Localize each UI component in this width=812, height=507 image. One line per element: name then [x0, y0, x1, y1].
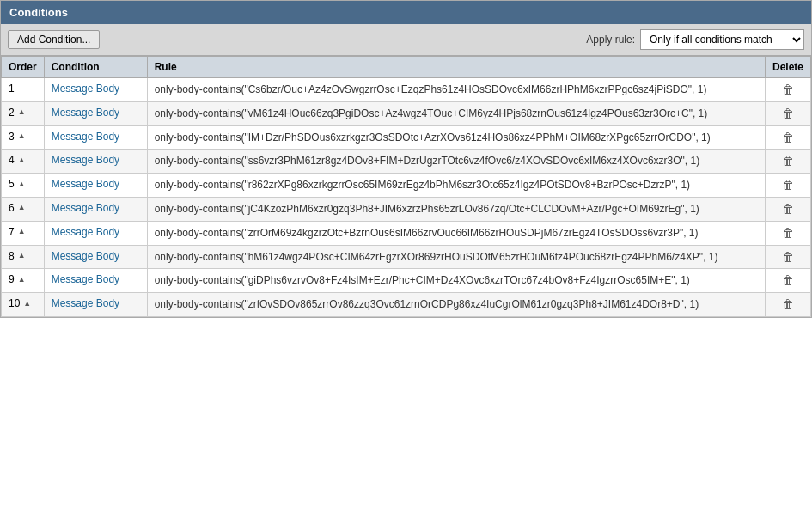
delete-cell: 🗑 [765, 197, 810, 221]
panel-title: Conditions [9, 6, 68, 19]
sort-up-arrow[interactable]: ▲ [18, 228, 26, 235]
table-row: 10▲Message Bodyonly-body-contains("zrfOv… [2, 293, 811, 317]
rule-text: only-body-contains("zrfOvSDOv865zrrOv86z… [155, 298, 699, 310]
table-row: 1Message Bodyonly-body-contains("Cs6bzr/… [2, 78, 811, 102]
condition-link[interactable]: Message Body [52, 107, 119, 119]
col-header-order: Order [2, 57, 45, 78]
order-number: 5 [9, 178, 15, 190]
table-row: 8▲Message Bodyonly-body-contains("hM61z4… [2, 245, 811, 269]
condition-link[interactable]: Message Body [52, 226, 119, 238]
delete-icon[interactable]: 🗑 [772, 250, 803, 264]
rule-cell: only-body-contains("zrrOrM69z4kgzrzOtc+B… [147, 221, 765, 245]
sort-arrows[interactable]: ▲ [18, 204, 26, 211]
rule-text: only-body-contains("hM61z4wgz4POsc+CIM64… [155, 251, 718, 263]
rule-cell: only-body-contains("vM61z4HOuc66zq3PgiDO… [147, 101, 765, 125]
table-row: 2▲Message Bodyonly-body-contains("vM61z4… [2, 101, 811, 125]
delete-cell: 🗑 [765, 101, 810, 125]
order-cell: 3▲ [2, 125, 45, 150]
sort-up-arrow[interactable]: ▲ [18, 252, 26, 260]
col-header-condition: Condition [44, 57, 147, 78]
table-row: 4▲Message Bodyonly-body-contains("ss6vzr… [2, 150, 811, 174]
add-condition-button[interactable]: Add Condition... [8, 30, 100, 49]
order-number: 3 [9, 131, 15, 143]
condition-cell: Message Body [44, 221, 147, 245]
sort-arrows[interactable]: ▲ [18, 276, 26, 284]
rule-cell: only-body-contains("Cs6bzr/Ouc+Az4zOvSwg… [147, 78, 765, 102]
sort-up-arrow[interactable]: ▲ [18, 132, 26, 140]
delete-cell: 🗑 [765, 125, 810, 150]
sort-arrows[interactable]: ▲ [18, 156, 26, 164]
delete-icon[interactable]: 🗑 [772, 107, 803, 120]
delete-cell: 🗑 [765, 269, 810, 293]
order-number: 4 [9, 154, 15, 166]
rule-cell: only-body-contains("r862zrXPg86xzrkgzrrO… [147, 174, 765, 198]
table-header-row: Order Condition Rule Delete [2, 57, 811, 78]
rule-text: only-body-contains("ss6vzr3PhM61zr8gz4DO… [155, 155, 700, 167]
table-row: 7▲Message Bodyonly-body-contains("zrrOrM… [2, 221, 811, 245]
rule-cell: only-body-contains("IM+Dzr/PhSDOus6xzrkg… [147, 125, 765, 150]
condition-link[interactable]: Message Body [52, 178, 119, 190]
sort-up-arrow[interactable]: ▲ [18, 156, 26, 164]
delete-icon[interactable]: 🗑 [772, 154, 803, 168]
order-cell: 7▲ [2, 221, 45, 245]
delete-icon[interactable]: 🗑 [772, 226, 803, 240]
condition-link[interactable]: Message Body [52, 273, 119, 285]
order-number: 10 [9, 297, 20, 309]
rule-cell: only-body-contains("hM61z4wgz4POsc+CIM64… [147, 245, 765, 269]
rule-text: only-body-contains("zrrOrM69z4kgzrzOtc+B… [155, 227, 699, 239]
delete-icon[interactable]: 🗑 [772, 202, 803, 216]
rule-cell: only-body-contains("ss6vzr3PhM61zr8gz4DO… [147, 150, 765, 174]
sort-up-arrow[interactable]: ▲ [23, 300, 31, 308]
condition-link[interactable]: Message Body [52, 82, 119, 95]
delete-cell: 🗑 [765, 150, 810, 174]
condition-link[interactable]: Message Body [52, 250, 119, 262]
order-cell: 2▲ [2, 101, 45, 125]
sort-up-arrow[interactable]: ▲ [18, 204, 26, 211]
rule-cell: only-body-contains("giDPhs6vzrvOv8+Fz4Is… [147, 269, 765, 293]
sort-up-arrow[interactable]: ▲ [18, 276, 26, 284]
condition-cell: Message Body [44, 245, 147, 269]
conditions-table: Order Condition Rule Delete 1Message Bod… [1, 56, 811, 317]
order-number: 7 [9, 226, 15, 238]
condition-cell: Message Body [44, 174, 147, 198]
condition-link[interactable]: Message Body [52, 154, 119, 166]
sort-up-arrow[interactable]: ▲ [18, 180, 26, 188]
condition-cell: Message Body [44, 101, 147, 125]
order-cell: 4▲ [2, 150, 45, 174]
rule-cell: only-body-contains("jC4KzozPhM6xzr0gzq3P… [147, 197, 765, 221]
condition-link[interactable]: Message Body [52, 202, 119, 214]
delete-icon[interactable]: 🗑 [772, 178, 803, 192]
panel-header: Conditions [1, 1, 811, 24]
col-header-delete: Delete [765, 57, 810, 78]
sort-arrows[interactable]: ▲ [18, 252, 26, 260]
condition-cell: Message Body [44, 197, 147, 221]
order-number: 8 [9, 250, 15, 262]
delete-cell: 🗑 [765, 174, 810, 198]
delete-cell: 🗑 [765, 293, 810, 317]
sort-arrows[interactable]: ▲ [18, 180, 26, 188]
sort-arrows[interactable]: ▲ [18, 132, 26, 140]
condition-cell: Message Body [44, 293, 147, 317]
order-number: 2 [9, 107, 15, 119]
table-row: 5▲Message Bodyonly-body-contains("r862zr… [2, 174, 811, 198]
condition-link[interactable]: Message Body [52, 297, 119, 309]
delete-icon[interactable]: 🗑 [772, 82, 803, 96]
order-number: 1 [9, 82, 15, 95]
delete-icon[interactable]: 🗑 [772, 297, 803, 311]
col-header-rule: Rule [147, 57, 765, 78]
order-cell: 9▲ [2, 269, 45, 293]
delete-icon[interactable]: 🗑 [772, 131, 803, 144]
toolbar: Add Condition... Apply rule: Only if all… [1, 24, 811, 56]
delete-cell: 🗑 [765, 78, 810, 102]
apply-rule-select[interactable]: Only if all conditions match If any cond… [640, 29, 804, 50]
rule-text: only-body-contains("Cs6bzr/Ouc+Az4zOvSwg… [155, 83, 707, 95]
sort-arrows[interactable]: ▲ [18, 108, 26, 116]
table-row: 9▲Message Bodyonly-body-contains("giDPhs… [2, 269, 811, 293]
sort-arrows[interactable]: ▲ [18, 228, 26, 235]
delete-icon[interactable]: 🗑 [772, 273, 803, 287]
sort-up-arrow[interactable]: ▲ [18, 108, 26, 116]
condition-link[interactable]: Message Body [52, 131, 119, 143]
sort-arrows[interactable]: ▲ [23, 300, 31, 308]
apply-rule-group: Apply rule: Only if all conditions match… [586, 29, 804, 50]
table-row: 6▲Message Bodyonly-body-contains("jC4Kzo… [2, 197, 811, 221]
